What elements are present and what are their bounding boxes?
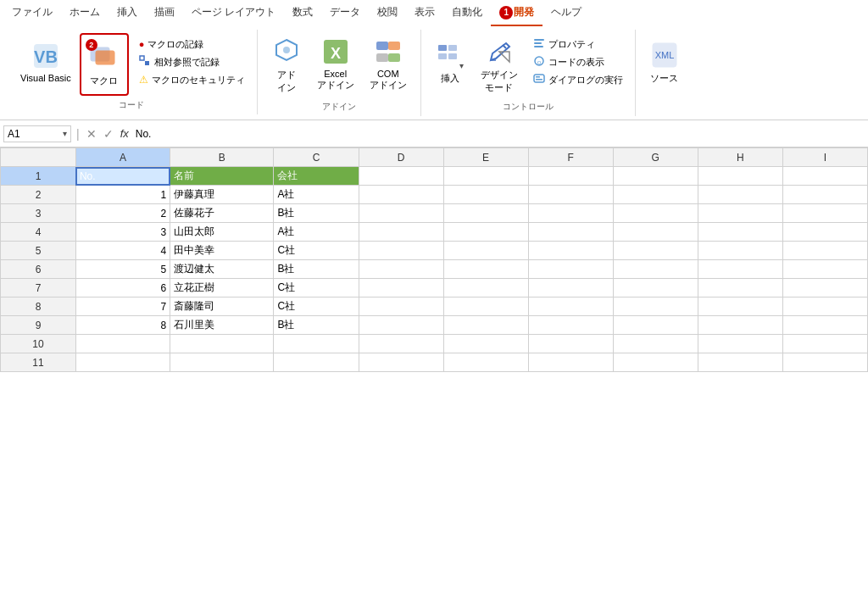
tab-view[interactable]: 表示 <box>406 0 443 26</box>
cell-I2[interactable] <box>782 186 867 204</box>
tab-file[interactable]: ファイル <box>3 0 61 26</box>
cell-H8[interactable] <box>698 298 782 316</box>
cell-C11[interactable] <box>274 353 359 372</box>
tab-review[interactable]: 校閲 <box>369 0 406 26</box>
cell-G1[interactable] <box>613 167 698 186</box>
cell-B4[interactable]: 山田太郎 <box>170 223 274 242</box>
cell-I10[interactable] <box>782 335 867 353</box>
cell-B5[interactable]: 田中美幸 <box>170 242 274 260</box>
cell-F8[interactable] <box>528 298 613 316</box>
cell-H7[interactable] <box>698 279 782 298</box>
row-header-1[interactable]: 1 <box>1 167 76 186</box>
tab-formula[interactable]: 数式 <box>284 0 321 26</box>
col-header-G[interactable]: G <box>613 148 698 167</box>
cell-G6[interactable] <box>613 260 698 279</box>
cell-H1[interactable] <box>698 167 782 186</box>
cell-D9[interactable] <box>359 316 443 335</box>
cell-E8[interactable] <box>443 298 528 316</box>
cell-I5[interactable] <box>782 242 867 260</box>
cell-D5[interactable] <box>359 242 443 260</box>
cell-F1[interactable] <box>528 167 613 186</box>
cell-D11[interactable] <box>359 353 443 372</box>
source-button[interactable]: XML ソース <box>643 33 687 91</box>
cell-E10[interactable] <box>443 335 528 353</box>
cell-B7[interactable]: 立花正樹 <box>170 279 274 298</box>
cell-G7[interactable] <box>613 279 698 298</box>
property-button[interactable]: プロパティ <box>528 36 628 53</box>
name-box-dropdown-icon[interactable]: ▾ <box>63 129 67 138</box>
confirm-icon[interactable]: ✓ <box>102 127 115 141</box>
cell-F10[interactable] <box>528 335 613 353</box>
dialog-run-button[interactable]: ダイアログの実行 <box>528 71 628 88</box>
cell-A8[interactable]: 7 <box>75 298 170 316</box>
cell-F7[interactable] <box>528 279 613 298</box>
tab-data[interactable]: データ <box>321 0 369 26</box>
cell-I8[interactable] <box>782 298 867 316</box>
cell-H10[interactable] <box>698 335 782 353</box>
cell-H6[interactable] <box>698 260 782 279</box>
cell-B3[interactable]: 佐藤花子 <box>170 204 274 223</box>
cell-G5[interactable] <box>613 242 698 260</box>
row-header-10[interactable]: 10 <box>1 335 76 353</box>
row-header-2[interactable]: 2 <box>1 186 76 204</box>
row-header-8[interactable]: 8 <box>1 298 76 316</box>
cell-D2[interactable] <box>359 186 443 204</box>
cell-D4[interactable] <box>359 223 443 242</box>
col-header-C[interactable]: C <box>274 148 359 167</box>
cell-C2[interactable]: A社 <box>274 186 359 204</box>
col-header-B[interactable]: B <box>170 148 274 167</box>
cell-F4[interactable] <box>528 223 613 242</box>
row-header-9[interactable]: 9 <box>1 316 76 335</box>
cell-E1[interactable] <box>443 167 528 186</box>
addin-button[interactable]: アドイン <box>264 33 309 97</box>
cell-C4[interactable]: A社 <box>274 223 359 242</box>
cell-E4[interactable] <box>443 223 528 242</box>
cell-G4[interactable] <box>613 223 698 242</box>
cell-C9[interactable]: B社 <box>274 316 359 335</box>
cell-H11[interactable] <box>698 353 782 372</box>
cell-E11[interactable] <box>443 353 528 372</box>
cell-C8[interactable]: C社 <box>274 298 359 316</box>
design-mode-button[interactable]: デザインモード <box>474 33 525 97</box>
cell-F5[interactable] <box>528 242 613 260</box>
cell-D6[interactable] <box>359 260 443 279</box>
row-header-7[interactable]: 7 <box>1 279 76 298</box>
cell-A10[interactable] <box>75 335 170 353</box>
cell-C5[interactable]: C社 <box>274 242 359 260</box>
code-view-button[interactable]: Q コードの表示 <box>528 53 628 70</box>
col-header-A[interactable]: A <box>75 148 170 167</box>
cancel-icon[interactable]: ✕ <box>85 127 98 141</box>
cell-C7[interactable]: C社 <box>274 279 359 298</box>
record-macro-button[interactable]: ● マクロの記録 <box>134 36 250 53</box>
cell-E7[interactable] <box>443 279 528 298</box>
cell-C6[interactable]: B社 <box>274 260 359 279</box>
row-header-11[interactable]: 11 <box>1 353 76 372</box>
row-header-4[interactable]: 4 <box>1 223 76 242</box>
tab-home[interactable]: ホーム <box>61 0 108 26</box>
cell-I7[interactable] <box>782 279 867 298</box>
cell-G11[interactable] <box>613 353 698 372</box>
com-addin-button[interactable]: COMアドイン <box>363 33 414 95</box>
cell-C3[interactable]: B社 <box>274 204 359 223</box>
cell-A3[interactable]: 2 <box>75 204 170 223</box>
cell-H9[interactable] <box>698 316 782 335</box>
cell-B6[interactable]: 渡辺健太 <box>170 260 274 279</box>
macro-security-button[interactable]: ⚠ マクロのセキュリティ <box>134 71 250 88</box>
cell-G9[interactable] <box>613 316 698 335</box>
row-header-5[interactable]: 5 <box>1 242 76 260</box>
cell-D8[interactable] <box>359 298 443 316</box>
cell-C1[interactable]: 会社 <box>274 167 359 186</box>
tab-help[interactable]: ヘルプ <box>542 0 590 26</box>
cell-I1[interactable] <box>782 167 867 186</box>
cell-H2[interactable] <box>698 186 782 204</box>
cell-C10[interactable] <box>274 335 359 353</box>
cell-H5[interactable] <box>698 242 782 260</box>
tab-developer[interactable]: 1開発 <box>491 0 542 26</box>
cell-B11[interactable] <box>170 353 274 372</box>
cell-I4[interactable] <box>782 223 867 242</box>
cell-B9[interactable]: 石川里美 <box>170 316 274 335</box>
cell-E5[interactable] <box>443 242 528 260</box>
cell-D7[interactable] <box>359 279 443 298</box>
col-header-F[interactable]: F <box>528 148 613 167</box>
cell-F3[interactable] <box>528 204 613 223</box>
